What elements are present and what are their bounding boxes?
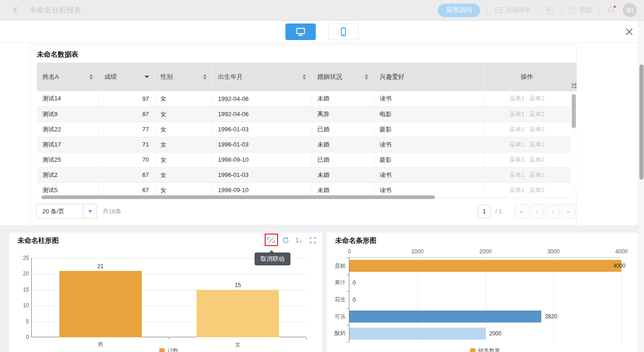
table-header-row: 姓名A成绩性别出生年月婚姻状况兴趣爱好操作 xyxy=(37,63,571,91)
sort-button[interactable]: 1↓ xyxy=(294,235,303,245)
back-button[interactable] xyxy=(11,5,21,15)
row-action-link[interactable]: 菜单2 xyxy=(529,141,545,148)
chevron-left-icon xyxy=(11,6,20,15)
row-action-link[interactable]: 菜单2 xyxy=(529,95,545,102)
sort-desc-icon[interactable] xyxy=(145,76,149,78)
table-cell: 女 xyxy=(155,91,212,106)
bar[interactable] xyxy=(59,271,142,337)
row-action-link[interactable]: 菜单2 xyxy=(529,126,545,133)
table-row[interactable]: 测试987女1992-04-06离异电影菜单1菜单2 xyxy=(37,106,571,122)
table-row[interactable]: 测试1497女1992-04-06未婚读书菜单1菜单2 xyxy=(37,91,571,106)
row-action-link[interactable]: 菜单2 xyxy=(529,156,545,163)
row-action-link[interactable]: 菜单1 xyxy=(510,171,525,178)
table-row[interactable]: 测试1771女1996-01-03未婚读书菜单1菜单2 xyxy=(37,137,571,152)
table-row[interactable]: 测试2277女1996-01-03已婚摄影菜单1菜单2 xyxy=(37,122,571,137)
legend-label: 销售数量 xyxy=(478,347,500,352)
bar[interactable] xyxy=(349,311,541,323)
column-chart-legend[interactable]: 计数 xyxy=(31,347,306,352)
scrollbar-thumb[interactable] xyxy=(572,94,576,128)
mobile-view-button[interactable] xyxy=(328,23,359,40)
column-chart-plot: 051015202521男15女 xyxy=(31,258,306,337)
row-action-link[interactable]: 菜单1 xyxy=(510,156,525,163)
refresh-icon xyxy=(282,236,290,244)
fullscreen-button[interactable] xyxy=(308,235,317,245)
double-chevron-right-icon: » xyxy=(567,207,570,215)
page-scrollbar-thumb[interactable] xyxy=(639,65,644,180)
app-access-button[interactable]: 应用访问 xyxy=(438,4,480,17)
column-header[interactable]: 成绩 xyxy=(99,63,155,91)
chevron-left-icon: ‹ xyxy=(536,207,539,215)
axis-tick xyxy=(347,308,349,309)
table-row[interactable]: 测试267女1996-01-03未婚读书菜单1菜单2 xyxy=(37,167,571,182)
bar[interactable] xyxy=(197,290,279,337)
close-button[interactable] xyxy=(624,26,635,37)
last-page-button[interactable]: » xyxy=(562,204,575,218)
top-header: 未命名分析报表 应用访问 后端脚本 帮助 谭1 xyxy=(0,0,644,21)
table-cell: 未婚 xyxy=(312,91,374,106)
legend-marker xyxy=(159,348,165,352)
bar-chart-legend[interactable]: 销售数量 xyxy=(349,347,621,352)
column-header[interactable]: 姓名A xyxy=(37,63,99,91)
log-button[interactable] xyxy=(545,6,554,15)
row-actions-cell: 菜单1菜单2 xyxy=(483,152,571,167)
next-page-button[interactable]: › xyxy=(546,204,560,218)
first-page-button[interactable]: « xyxy=(515,204,528,218)
sort-carets-icon[interactable] xyxy=(203,74,207,80)
bar[interactable] xyxy=(349,260,621,272)
sort-carets-icon[interactable] xyxy=(365,74,368,80)
row-action-link[interactable]: 菜单2 xyxy=(529,187,545,194)
preview-toolbar xyxy=(0,21,644,43)
desktop-view-button[interactable] xyxy=(285,23,316,40)
row-actions-cell: 菜单1菜单2 xyxy=(483,122,571,137)
row-action-link[interactable]: 菜单1 xyxy=(510,126,525,133)
row-action-link[interactable]: 菜单1 xyxy=(510,187,525,194)
cancel-linkage-button[interactable] xyxy=(267,235,276,245)
column-header[interactable]: 出生年月 xyxy=(212,63,312,91)
refresh-button[interactable] xyxy=(281,235,290,245)
divider xyxy=(599,6,599,14)
page-size-select[interactable]: 20 条/页 xyxy=(36,204,97,219)
y-axis-category-label: 花生 xyxy=(325,291,346,308)
id-card-icon xyxy=(545,6,554,15)
divider xyxy=(561,6,562,14)
table-cell: 1996-01-03 xyxy=(212,122,312,137)
column-header: 兴趣爱好 xyxy=(374,63,483,91)
x-axis-tick-label: 2000 xyxy=(479,248,492,255)
table-cell: 已婚 xyxy=(312,152,374,167)
column-header[interactable]: 性别 xyxy=(155,63,212,91)
table-cell: 摄影 xyxy=(374,122,483,137)
prev-page-button[interactable]: ‹ xyxy=(530,204,544,218)
row-action-link[interactable]: 菜单1 xyxy=(510,141,525,148)
backend-script-button[interactable]: 后端脚本 xyxy=(494,6,531,14)
table-cell: 已婚 xyxy=(312,122,374,137)
y-axis-category-label: 可乐 xyxy=(325,308,346,325)
table-horizontal-scrollbar-thumb[interactable] xyxy=(41,195,435,199)
sort-carets-icon[interactable] xyxy=(302,74,306,80)
bar[interactable] xyxy=(349,328,486,340)
sort-carets-icon[interactable] xyxy=(89,74,93,80)
gridline xyxy=(621,258,622,341)
column-header[interactable]: 婚姻状况 xyxy=(312,63,374,91)
code-icon xyxy=(494,6,503,14)
page-scrollbar[interactable] xyxy=(638,21,644,352)
row-actions-cell: 菜单1菜单2 xyxy=(483,137,571,152)
row-action-link[interactable]: 菜单2 xyxy=(529,171,545,178)
notifications-button[interactable] xyxy=(606,6,615,15)
x-axis-tick-label: 0 xyxy=(348,248,351,255)
page-size-value: 20 条/页 xyxy=(37,207,83,216)
table-cell: 测试9 xyxy=(37,106,99,122)
bar-value-label: 0 xyxy=(353,297,356,303)
sort-icon: 1↓ xyxy=(296,236,302,244)
table-cell: 读书 xyxy=(374,167,483,182)
page-number-input[interactable]: 1 xyxy=(478,205,491,218)
unlink-icon xyxy=(267,236,275,244)
avatar[interactable]: 谭1 xyxy=(623,3,637,17)
table-cell: 女 xyxy=(155,137,212,152)
help-button[interactable]: 帮助 xyxy=(569,6,592,14)
table-vertical-scrollbar[interactable] xyxy=(571,91,577,197)
table-row[interactable]: 测试2570女1998-09-10已婚摄影菜单1菜单2 xyxy=(37,152,571,167)
app-root: 未命名分析报表 应用访问 后端脚本 帮助 谭1 xyxy=(0,0,644,352)
row-action-link[interactable]: 菜单1 xyxy=(510,95,525,102)
row-action-link[interactable]: 菜单2 xyxy=(529,111,545,117)
row-action-link[interactable]: 菜单1 xyxy=(510,111,525,117)
